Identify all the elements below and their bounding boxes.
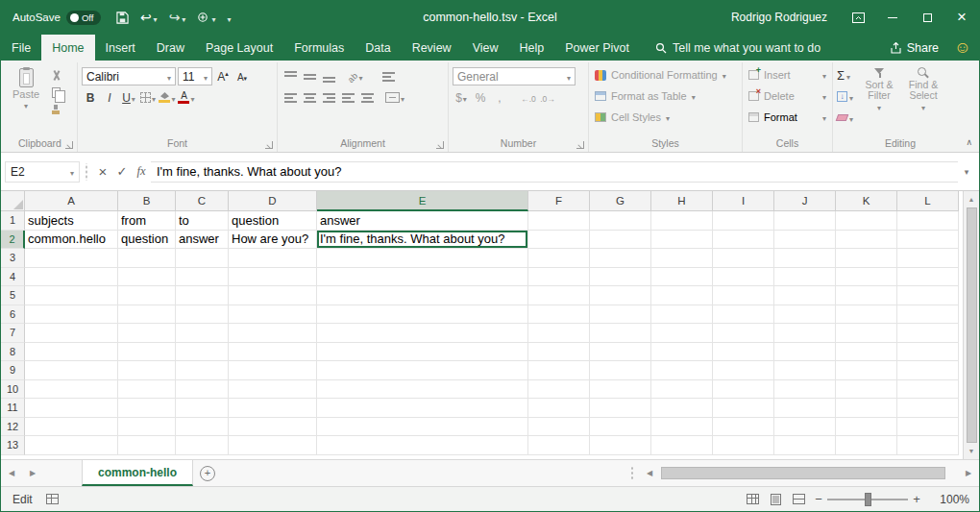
cell-E8[interactable]	[317, 343, 528, 362]
cell-J11[interactable]	[774, 399, 836, 418]
touch-mode-dropdown-icon[interactable]	[211, 9, 215, 26]
cell-A11[interactable]	[25, 399, 118, 418]
cell-F5[interactable]	[528, 286, 590, 305]
cell-L1[interactable]	[897, 211, 959, 231]
cell-J3[interactable]	[774, 249, 836, 268]
column-header-g[interactable]: G	[590, 191, 651, 211]
cell-C6[interactable]	[176, 305, 229, 325]
cell-G2[interactable]	[590, 231, 651, 250]
delete-cells-button[interactable]: Delete	[747, 85, 828, 107]
row-header-1[interactable]: 1	[1, 211, 25, 231]
cell-E1[interactable]: answer	[317, 211, 528, 231]
font-color-dropdown-icon[interactable]	[190, 91, 194, 105]
orientation-button[interactable]	[347, 67, 364, 85]
font-name-combo[interactable]: Calibri	[82, 67, 176, 85]
undo-button[interactable]	[140, 9, 158, 26]
wrap-text-button[interactable]	[380, 67, 397, 85]
cell-F11[interactable]	[528, 399, 590, 418]
sort-filter-button[interactable]: Sort & Filter	[857, 64, 901, 136]
cut-icon[interactable]	[51, 70, 61, 81]
formula-input[interactable]: I'm fine, thanks. What about you?	[151, 161, 958, 183]
cell-G9[interactable]	[590, 361, 651, 380]
column-header-e[interactable]: E	[317, 191, 528, 211]
tab-scroll-divider[interactable]	[629, 465, 635, 481]
row-header-3[interactable]: 3	[1, 249, 25, 268]
increase-decimal-button[interactable]	[520, 88, 537, 107]
borders-button[interactable]	[139, 88, 157, 107]
column-header-l[interactable]: L	[897, 191, 959, 211]
cell-B10[interactable]	[118, 380, 176, 400]
cell-D2[interactable]: How are you?	[229, 231, 317, 250]
cell-K4[interactable]	[836, 268, 897, 287]
cell-H3[interactable]	[651, 249, 713, 268]
cell-L13[interactable]	[897, 436, 959, 455]
cell-L5[interactable]	[897, 286, 959, 305]
cancel-icon[interactable]	[93, 161, 112, 183]
cell-A2[interactable]: common.hello	[25, 231, 118, 250]
zoom-slider[interactable]	[827, 487, 908, 511]
cell-D5[interactable]	[229, 286, 317, 305]
cell-L8[interactable]	[897, 343, 959, 362]
name-box-dropdown-icon[interactable]	[70, 165, 74, 179]
cell-A12[interactable]	[25, 418, 118, 437]
cell-H10[interactable]	[651, 380, 713, 400]
cell-L6[interactable]	[897, 305, 959, 325]
align-bottom-button[interactable]	[320, 67, 337, 85]
cell-C5[interactable]	[176, 286, 229, 305]
cell-I7[interactable]	[713, 324, 774, 343]
hscroll-left-icon[interactable]	[639, 460, 660, 486]
italic-button[interactable]: I	[101, 88, 118, 107]
cell-D13[interactable]	[229, 436, 317, 455]
cell-L4[interactable]	[897, 268, 959, 287]
row-header-6[interactable]: 6	[1, 305, 25, 325]
cell-E4[interactable]	[317, 268, 528, 287]
tell-me-box[interactable]: Tell me what you want to do	[655, 35, 821, 61]
fill-color-dropdown-icon[interactable]	[171, 91, 175, 105]
cell-G13[interactable]	[590, 436, 651, 455]
autosave-toggle[interactable]: AutoSave Off	[12, 11, 101, 25]
paste-button[interactable]: Paste	[7, 64, 45, 136]
cell-A8[interactable]	[25, 343, 118, 362]
touch-mode-button[interactable]	[197, 9, 215, 26]
zoom-slider-thumb[interactable]	[865, 493, 871, 506]
cell-F6[interactable]	[528, 305, 590, 325]
copy-icon[interactable]	[52, 87, 61, 98]
font-color-button[interactable]	[178, 88, 195, 107]
row-header-11[interactable]: 11	[1, 399, 25, 418]
cell-F3[interactable]	[528, 249, 590, 268]
cell-H2[interactable]	[651, 231, 713, 250]
sheet-next-icon[interactable]	[22, 460, 43, 486]
view-normal-button[interactable]	[741, 487, 764, 511]
cell-K7[interactable]	[836, 324, 897, 343]
cell-C1[interactable]: to	[176, 211, 229, 231]
cell-I6[interactable]	[713, 305, 774, 325]
cell-B5[interactable]	[118, 286, 176, 305]
zoom-in-button[interactable]	[908, 492, 925, 506]
font-size-combo[interactable]: 11	[178, 67, 212, 85]
cell-F12[interactable]	[528, 418, 590, 437]
cell-B8[interactable]	[118, 343, 176, 362]
cell-K9[interactable]	[836, 361, 897, 380]
cell-C12[interactable]	[176, 418, 229, 437]
scroll-down-icon[interactable]	[964, 444, 979, 458]
cell-I8[interactable]	[713, 343, 774, 362]
cell-J6[interactable]	[774, 305, 836, 325]
cell-G3[interactable]	[590, 249, 651, 268]
cell-E13[interactable]	[317, 436, 528, 455]
cell-J5[interactable]	[774, 286, 836, 305]
cell-A4[interactable]	[25, 268, 118, 287]
cell-L7[interactable]	[897, 324, 959, 343]
cell-J1[interactable]	[774, 211, 836, 231]
cell-C8[interactable]	[176, 343, 229, 362]
conditional-formatting-button[interactable]: Conditional Formatting	[593, 64, 738, 85]
cell-B13[interactable]	[118, 436, 176, 455]
cell-D9[interactable]	[229, 361, 317, 380]
cell-H11[interactable]	[651, 399, 713, 418]
cell-F2[interactable]	[528, 231, 590, 250]
row-header-7[interactable]: 7	[1, 324, 25, 343]
cell-L2[interactable]	[897, 231, 959, 250]
cell-F7[interactable]	[528, 324, 590, 343]
autosum-button[interactable]	[837, 64, 853, 85]
cell-D1[interactable]: question	[229, 211, 317, 231]
cell-F10[interactable]	[528, 380, 590, 400]
